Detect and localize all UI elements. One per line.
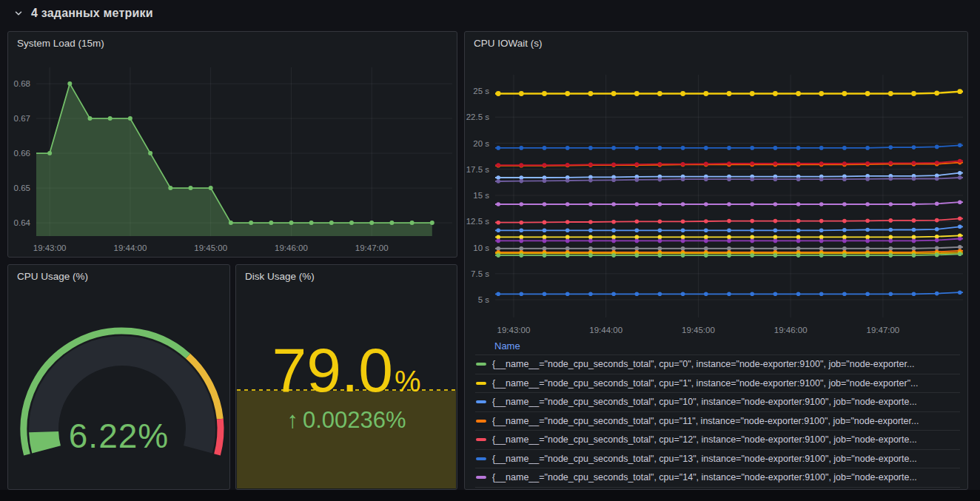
series-label[interactable]: {__name__="node_cpu_seconds_total", cpu=… <box>492 416 919 426</box>
legend-rows: {__name__="node_cpu_seconds_total", cpu=… <box>475 354 960 488</box>
svg-text:0.65: 0.65 <box>14 184 30 192</box>
series-color-swatch <box>476 400 486 403</box>
legend-header-name[interactable]: Name <box>475 338 960 354</box>
series-label[interactable]: {__name__="node_cpu_seconds_total", cpu=… <box>492 434 917 445</box>
svg-text:15 s: 15 s <box>473 191 489 200</box>
legend-row[interactable]: {__name__="node_cpu_seconds_total", cpu=… <box>475 411 960 431</box>
system-load-chart[interactable]: 0.640.650.660.670.6819:43:0019:44:0019:4… <box>8 32 457 257</box>
series-color-swatch <box>476 476 486 479</box>
panel-title-cpu-iowait[interactable]: CPU IOWait (s) <box>474 38 543 49</box>
svg-text:19:46:00: 19:46:00 <box>774 326 808 334</box>
cpu-iowait-chart[interactable]: 5 s7.5 s10 s12.5 s15 s17.5 s20 s22.5 s25… <box>465 32 967 337</box>
series-label[interactable]: {__name__="node_cpu_seconds_total", cpu=… <box>492 359 914 369</box>
series-label[interactable]: {__name__="node_cpu_seconds_total", cpu=… <box>492 454 917 464</box>
svg-text:22.5 s: 22.5 s <box>466 112 490 121</box>
svg-text:19:45:00: 19:45:00 <box>682 326 715 334</box>
series-label[interactable]: {__name__="node_cpu_seconds_total", cpu=… <box>492 378 918 389</box>
svg-text:19:46:00: 19:46:00 <box>275 243 308 252</box>
series-color-swatch <box>476 382 486 385</box>
legend-row[interactable]: {__name__="node_cpu_seconds_total", cpu=… <box>475 468 960 488</box>
svg-text:10 s: 10 s <box>473 243 489 252</box>
panel-disk-usage: Disk Usage (%) 79.0% ↑ 0.00236% <box>235 264 457 490</box>
svg-text:17.5 s: 17.5 s <box>466 165 490 174</box>
panel-system-load: System Load (15m) 0.640.650.660.670.6819… <box>7 31 457 258</box>
svg-text:19:43:00: 19:43:00 <box>497 326 531 334</box>
svg-text:0.68: 0.68 <box>14 79 30 88</box>
series-color-swatch <box>476 457 486 460</box>
svg-text:0.66: 0.66 <box>14 149 30 158</box>
legend-row[interactable]: {__name__="node_cpu_seconds_total", cpu=… <box>475 374 960 393</box>
disk-trend-value: 0.00236% <box>303 407 406 434</box>
chevron-down-icon[interactable] <box>13 8 24 19</box>
row-title[interactable]: 4 заданных метрики <box>31 7 153 20</box>
svg-text:19:43:00: 19:43:00 <box>33 243 67 252</box>
panel-cpu-iowait: CPU IOWait (s) 5 s7.5 s10 s12.5 s15 s17.… <box>464 31 968 490</box>
svg-text:19:45:00: 19:45:00 <box>194 243 227 252</box>
svg-text:19:44:00: 19:44:00 <box>589 326 622 334</box>
svg-text:5 s: 5 s <box>478 295 490 304</box>
svg-text:12.5 s: 12.5 s <box>466 217 490 226</box>
iowait-legend: Name {__name__="node_cpu_seconds_total",… <box>475 338 960 488</box>
panel-title-system-load[interactable]: System Load (15m) <box>17 38 104 49</box>
legend-row[interactable]: {__name__="node_cpu_seconds_total", cpu=… <box>475 430 960 449</box>
svg-text:0.64: 0.64 <box>14 218 31 227</box>
series-color-swatch <box>476 420 486 423</box>
legend-row[interactable]: {__name__="node_cpu_seconds_total", cpu=… <box>475 354 960 374</box>
disk-trend: ↑ 0.00236% <box>286 407 406 434</box>
window-bottom-strip <box>0 490 980 501</box>
svg-text:19:44:00: 19:44:00 <box>114 243 147 252</box>
series-color-swatch <box>476 438 486 441</box>
disk-value: 79.0 <box>272 335 393 405</box>
panel-title-cpu-usage[interactable]: CPU Usage (%) <box>17 271 88 282</box>
panel-title-disk-usage[interactable]: Disk Usage (%) <box>245 271 315 282</box>
row-header[interactable]: 4 заданных метрики <box>0 0 153 27</box>
series-color-swatch <box>476 363 486 366</box>
series-label[interactable]: {__name__="node_cpu_seconds_total", cpu=… <box>492 397 917 407</box>
disk-unit: % <box>395 365 421 397</box>
svg-text:19:47:00: 19:47:00 <box>355 243 389 252</box>
svg-text:25 s: 25 s <box>473 87 489 95</box>
disk-value-row: 79.0% <box>272 342 420 398</box>
legend-row[interactable]: {__name__="node_cpu_seconds_total", cpu=… <box>475 392 960 411</box>
svg-text:0.67: 0.67 <box>14 114 30 123</box>
svg-text:20 s: 20 s <box>473 139 489 148</box>
trend-up-arrow-icon: ↑ <box>286 407 298 434</box>
svg-text:7.5 s: 7.5 s <box>471 269 489 278</box>
series-label[interactable]: {__name__="node_cpu_seconds_total", cpu=… <box>492 472 917 482</box>
gauge-value: 6.22% <box>8 416 229 456</box>
svg-text:19:47:00: 19:47:00 <box>867 326 900 334</box>
disk-stat: 79.0% ↑ 0.00236% <box>236 265 457 489</box>
panel-cpu-usage: CPU Usage (%) 6.22% <box>7 264 230 490</box>
legend-row[interactable]: {__name__="node_cpu_seconds_total", cpu=… <box>475 449 960 468</box>
